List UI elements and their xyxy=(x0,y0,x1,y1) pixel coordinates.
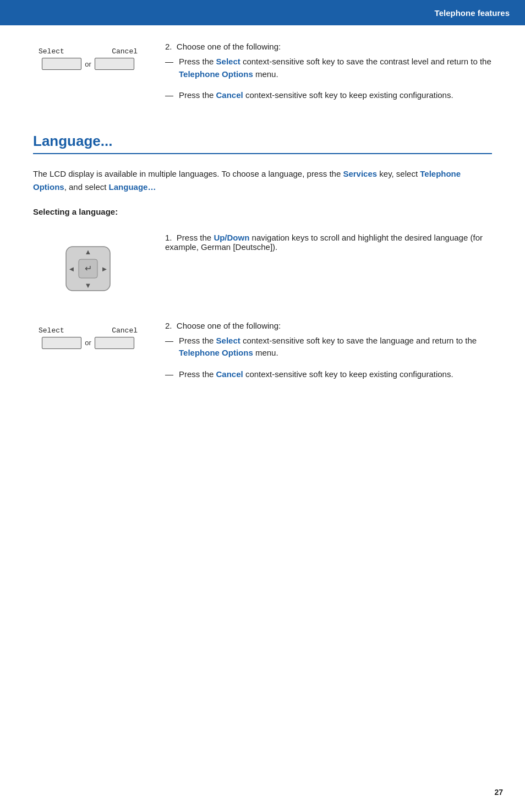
bullet-text: Press the Select context-sensitive soft … xyxy=(179,56,492,80)
softkey-diagram-contrast: Select Cancel or xyxy=(33,42,154,70)
language-bold: Language… xyxy=(109,182,156,192)
language-heading: Language... xyxy=(33,133,492,150)
selecting-language-heading: Selecting a language: xyxy=(33,207,492,216)
step-2-language-content: 2. Choose one of the following: — Press … xyxy=(154,321,492,390)
softkey-buttons-contrast: or xyxy=(42,58,134,70)
select-label: Select xyxy=(39,47,64,56)
telephone-options-bold2: Telephone Options xyxy=(33,169,461,192)
svg-text:►: ► xyxy=(101,265,108,273)
select-button-visual2 xyxy=(42,337,81,349)
step-2-contrast: Select Cancel or 2. Choose one of the fo… xyxy=(33,42,492,111)
step-2-contrast-number: 2. Choose one of the following: xyxy=(165,42,492,51)
cancel-bold: Cancel xyxy=(216,90,243,100)
main-content: Select Cancel or 2. Choose one of the fo… xyxy=(0,25,525,439)
updown-bold: Up/Down xyxy=(214,233,249,242)
step-2-contrast-content: 2. Choose one of the following: — Press … xyxy=(154,42,492,111)
telephone-options-bold3: Telephone Options xyxy=(179,348,253,357)
softkey-diagram-language: Select Cancel or xyxy=(33,321,154,349)
telephone-options-bold: Telephone Options xyxy=(179,69,253,79)
softkey-labels-contrast: Select Cancel xyxy=(39,47,138,56)
select-button-visual xyxy=(42,58,81,70)
step-2-contrast-bullets: — Press the Select context-sensitive sof… xyxy=(165,56,492,102)
bullet-text: Press the Select context-sensitive soft … xyxy=(179,335,492,359)
nav-key-icon: ↵ ▲ ▼ ◄ ► xyxy=(63,244,113,293)
bullet-text: Press the Cancel context-sensitive soft … xyxy=(179,89,453,102)
services-bold: Services xyxy=(343,169,377,178)
cancel-button-visual xyxy=(95,58,134,70)
step-1-language: ↵ ▲ ▼ ◄ ► 1. Press the Up/Down navigatio… xyxy=(33,233,492,304)
step-2-language-bullets: — Press the Select context-sensitive sof… xyxy=(165,335,492,381)
language-section: Language... The LCD display is available… xyxy=(33,133,492,390)
softkey-buttons-language: or xyxy=(42,337,134,349)
select-bold2: Select xyxy=(216,336,240,345)
svg-text:◄: ◄ xyxy=(68,265,75,273)
dash: — xyxy=(165,335,173,359)
page-title: Telephone features xyxy=(435,8,510,18)
step-1-language-content: 1. Press the Up/Down navigation keys to … xyxy=(154,233,492,256)
step-2-language: Select Cancel or 2. Choose one of the fo… xyxy=(33,321,492,390)
language-intro: The LCD display is available in multiple… xyxy=(33,167,492,194)
bullet-item: — Press the Select context-sensitive sof… xyxy=(165,335,492,359)
dash: — xyxy=(165,56,173,80)
cancel-bold2: Cancel xyxy=(216,369,243,379)
cancel-label: Cancel xyxy=(112,47,138,56)
select-bold: Select xyxy=(216,57,240,66)
nav-key-area: ↵ ▲ ▼ ◄ ► xyxy=(33,233,154,304)
bullet-item: — Press the Select context-sensitive sof… xyxy=(165,56,492,80)
bullet-item: — Press the Cancel context-sensitive sof… xyxy=(165,89,492,102)
dash: — xyxy=(165,368,173,381)
bullet-item: — Press the Cancel context-sensitive sof… xyxy=(165,368,492,381)
or-text-language: or xyxy=(85,339,91,347)
svg-text:▼: ▼ xyxy=(85,281,92,290)
cancel-button-visual2 xyxy=(95,337,134,349)
svg-text:↵: ↵ xyxy=(85,264,92,273)
step-1-language-number: 1. Press the Up/Down navigation keys to … xyxy=(165,233,492,252)
section-divider xyxy=(33,153,492,154)
softkey-labels-language: Select Cancel xyxy=(39,326,138,335)
select-label2: Select xyxy=(39,326,64,335)
page-number: 27 xyxy=(494,788,503,797)
svg-text:▲: ▲ xyxy=(85,248,92,256)
or-text-contrast: or xyxy=(85,60,91,68)
step-2-language-number: 2. Choose one of the following: xyxy=(165,321,492,330)
bullet-text: Press the Cancel context-sensitive soft … xyxy=(179,368,453,381)
dash: — xyxy=(165,89,173,102)
header-bar: Telephone features xyxy=(0,0,525,25)
cancel-label2: Cancel xyxy=(112,326,138,335)
